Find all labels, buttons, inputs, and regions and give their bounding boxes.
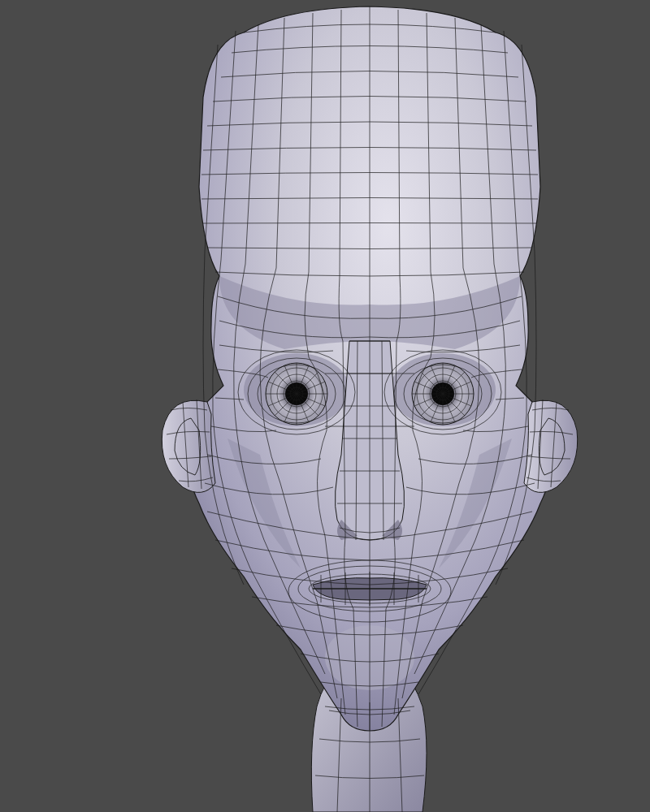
mesh-render: // procedurally add face-center dots ove… [0, 0, 650, 812]
eye-wires-right [412, 363, 474, 425]
viewport-3d[interactable]: // procedurally add face-center dots ove… [0, 0, 650, 812]
eye-wires-left [266, 363, 327, 425]
ear-right [524, 400, 578, 492]
ear-left [162, 400, 215, 492]
